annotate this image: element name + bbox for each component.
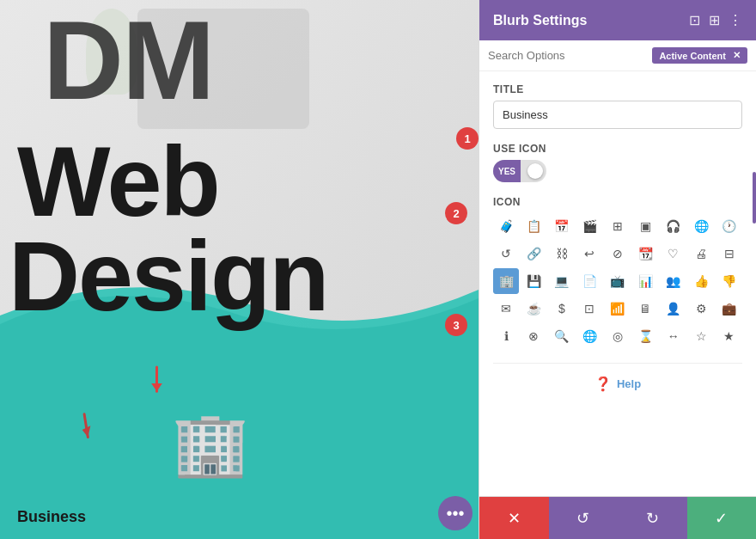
icon-cell-20[interactable]: 💻 [549,268,575,294]
icon-cell-15[interactable]: ♡ [661,241,686,266]
undo-button[interactable]: ↺ [549,497,619,539]
badge-1: 1 [456,127,479,150]
icon-cell-30[interactable]: ⊡ [576,296,602,322]
icon-cell-19[interactable]: 💾 [521,268,546,294]
icon-cell-13[interactable]: ⊘ [605,241,631,266]
icon-cell-0[interactable]: 🧳 [493,213,519,239]
icon-cell-3[interactable]: 🎬 [576,213,602,239]
active-content-badge[interactable]: Active Content ✕ [652,47,747,64]
icon-grid: 🧳📋📅🎬⊞▣🎧🌐🕐↺🔗⛓↩⊘📆♡🖨⊟🏢💾💻📄📺📊👥👍👎✉☕$⊡📶🖥👤⚙💼ℹ⊗🔍🌐… [493,213,742,349]
icon-cell-31[interactable]: 📶 [605,296,631,322]
icon-cell-18[interactable]: 🏢 [493,268,519,294]
icon-cell-36[interactable]: ℹ [493,323,519,349]
icon-cell-21[interactable]: 📄 [576,268,602,294]
icon-cell-9[interactable]: ↺ [493,241,519,266]
business-label: Business [17,508,86,526]
badge-close-icon[interactable]: ✕ [733,50,741,61]
icon-cell-37[interactable]: ⊗ [521,323,546,349]
icon-cell-40[interactable]: ◎ [605,323,631,349]
icon-cell-42[interactable]: ↔ [661,323,686,349]
use-icon-toggle[interactable]: YES [493,160,546,182]
panel-header-icons: ⊡ ⊞ ⋮ [689,12,742,28]
icon-cell-34[interactable]: ⚙ [688,296,714,322]
floating-action-button[interactable]: ••• [438,496,472,530]
text-design: Design [9,219,327,333]
use-icon-toggle-wrap: YES [493,160,742,182]
icon-cell-26[interactable]: 👎 [716,268,742,294]
icon-cell-32[interactable]: 🖥 [632,296,658,322]
title-field-group: Title [493,83,742,129]
icon-cell-27[interactable]: ✉ [493,296,519,322]
icon-cell-44[interactable]: ★ [716,323,742,349]
building-icon: 🏢 [172,413,249,475]
icon-cell-17[interactable]: ⊟ [716,241,742,266]
use-icon-label: Use Icon [493,143,742,155]
icon-cell-43[interactable]: ☆ [688,323,714,349]
icon-picker-group: Icon 🧳📋📅🎬⊞▣🎧🌐🕐↺🔗⛓↩⊘📆♡🖨⊟🏢💾💻📄📺📊👥👍👎✉☕$⊡📶🖥👤⚙… [493,196,742,349]
icon-cell-29[interactable]: $ [549,296,575,322]
icon-cell-22[interactable]: 📺 [605,268,631,294]
toggle-yes-label: YES [493,160,521,182]
search-input[interactable] [488,49,645,62]
panel-footer: ✕ ↺ ↻ ✓ [479,496,756,539]
toggle-knob [527,163,543,179]
panel-header: Blurb Settings ⊡ ⊞ ⋮ [479,0,756,40]
icon-cell-2[interactable]: 📅 [549,213,575,239]
title-field-label: Title [493,83,742,95]
text-dm: DM [43,4,213,116]
icon-cell-11[interactable]: ⛓ [549,241,575,266]
icon-field-label: Icon [493,196,742,208]
icon-cell-28[interactable]: ☕ [521,296,546,322]
panel-body: Title Use Icon YES Icon 🧳📋📅🎬⊞▣🎧🌐🕐↺🔗⛓↩⊘📆♡… [479,71,756,496]
preview-icon[interactable]: ⊡ [689,12,700,28]
layout-icon[interactable]: ⊞ [709,12,720,28]
icon-cell-14[interactable]: 📆 [632,241,658,266]
icon-cell-12[interactable]: ↩ [576,241,602,266]
use-icon-field-group: Use Icon YES [493,143,742,182]
panel-title: Blurb Settings [493,13,587,28]
icon-cell-41[interactable]: ⌛ [632,323,658,349]
more-icon[interactable]: ⋮ [729,12,742,28]
icon-cell-23[interactable]: 📊 [632,268,658,294]
settings-panel: Blurb Settings ⊡ ⊞ ⋮ Active Content ✕ Ti… [479,0,756,539]
badge-3: 3 [445,314,467,336]
help-icon: ❓ [594,376,612,392]
badge-2: 2 [445,202,467,224]
icon-cell-5[interactable]: ▣ [632,213,658,239]
icon-cell-1[interactable]: 📋 [521,213,546,239]
icon-cell-16[interactable]: 🖨 [688,241,714,266]
search-bar: Active Content ✕ [479,40,756,71]
cancel-button[interactable]: ✕ [479,497,549,539]
help-text[interactable]: Help [617,377,641,390]
icon-cell-7[interactable]: 🌐 [688,213,714,239]
icon-cell-4[interactable]: ⊞ [605,213,631,239]
help-section: ❓ Help [493,363,742,399]
icon-cell-25[interactable]: 👍 [688,268,714,294]
icon-cell-35[interactable]: 💼 [716,296,742,322]
icon-cell-39[interactable]: 🌐 [576,323,602,349]
icon-cell-38[interactable]: 🔍 [549,323,575,349]
icon-cell-6[interactable]: 🎧 [661,213,686,239]
save-button[interactable]: ✓ [687,497,757,539]
icon-cell-8[interactable]: 🕐 [716,213,742,239]
icon-cell-24[interactable]: 👥 [661,268,686,294]
icon-cell-10[interactable]: 🔗 [521,241,546,266]
icon-cell-33[interactable]: 👤 [661,296,686,322]
canvas-area: DM Web Design 🏢 Business 1 2 3 [0,0,479,539]
title-input[interactable] [493,101,742,129]
scroll-indicator[interactable] [753,172,756,224]
redo-button[interactable]: ↻ [618,497,687,539]
